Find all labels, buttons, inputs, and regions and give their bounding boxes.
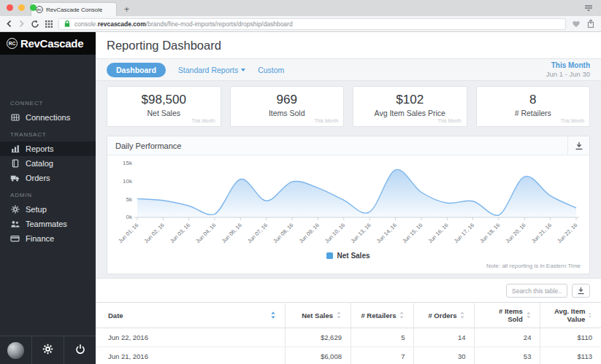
window-controls [7, 4, 37, 11]
svg-text:5k: 5k [126, 196, 132, 203]
column-header-avg-item-value[interactable]: Avg. Item Value [540, 303, 601, 328]
sidebar: RC RevCascade CONNECT Connections TRANSA… [0, 32, 96, 364]
column-header-net-sales[interactable]: Net Sales [286, 303, 351, 328]
chart-download-button[interactable] [567, 136, 589, 155]
nav-section-label-connect: CONNECT [0, 100, 96, 110]
legend-swatch [326, 252, 333, 259]
period-label: This Month [546, 61, 590, 70]
stat-period: This Month [315, 118, 338, 123]
svg-text:Jun 10, 16: Jun 10, 16 [324, 222, 346, 244]
sidebar-item-label: Reports [26, 144, 54, 153]
profile-button[interactable] [0, 336, 32, 364]
new-tab-button[interactable]: + [124, 4, 129, 16]
sidebar-item-label: Orders [26, 174, 50, 182]
stat-label: Items Sold [231, 109, 344, 117]
period-selector[interactable]: This Month Jun 1 - Jun 30 [546, 61, 590, 79]
logo-badge-icon: RC [7, 38, 18, 49]
url-bar: console.revcascade.com/brands/fine-mod-i… [0, 16, 601, 32]
sidebar-item-label: Finance [26, 234, 54, 243]
table-controls [96, 279, 601, 302]
table-download-button[interactable] [572, 284, 590, 298]
svg-text:0k: 0k [126, 214, 132, 220]
svg-text:Jun 15, 16: Jun 15, 16 [401, 222, 424, 244]
tab-bar: RC RevCascade Console + [0, 0, 601, 16]
nav-section-label-admin: ADMIN [0, 192, 96, 202]
sidebar-item-setup[interactable]: Setup [0, 202, 96, 217]
svg-text:Jun 09, 16: Jun 09, 16 [298, 222, 321, 244]
credit-card-icon [10, 234, 20, 243]
close-window-button[interactable] [7, 4, 13, 11]
logo[interactable]: RC RevCascade [0, 32, 96, 55]
sidebar-item-catalog[interactable]: Catalog [0, 156, 96, 171]
share-icon[interactable] [586, 19, 595, 28]
svg-text:Jun 07, 16: Jun 07, 16 [246, 222, 269, 244]
sidebar-item-connections[interactable]: Connections [0, 110, 96, 125]
column-header-orders[interactable]: # Orders [414, 303, 475, 328]
url-text: console.revcascade.com/brands/fine-mod-i… [74, 20, 293, 28]
logout-button[interactable] [64, 336, 96, 364]
stat-period: This Month [437, 118, 461, 123]
users-icon [10, 220, 20, 228]
chart-header: Daily Performance [107, 136, 589, 155]
sidebar-dock [0, 336, 96, 364]
search-input[interactable] [506, 284, 567, 298]
stat-label: Avg Item Sales Price [353, 109, 467, 117]
stat-label: Net Sales [107, 109, 221, 117]
stat-card-retailers: 8 # Retailers This Month [476, 86, 591, 127]
forward-icon[interactable] [18, 20, 25, 28]
avatar [7, 342, 24, 359]
bar-chart-icon [10, 144, 20, 153]
tab-dashboard[interactable]: Dashboard [107, 63, 166, 77]
back-icon[interactable] [6, 20, 12, 28]
sidebar-item-orders[interactable]: Orders [0, 171, 96, 185]
sort-icon[interactable] [526, 311, 532, 319]
sidebar-item-finance[interactable]: Finance [0, 231, 96, 246]
stat-period: This Month [561, 118, 584, 123]
column-header-items-sold[interactable]: # Items Sold [475, 303, 540, 328]
legend-label: Net Sales [337, 252, 370, 260]
sort-icon[interactable] [336, 311, 342, 319]
settings-button[interactable] [32, 336, 64, 364]
net-sales-area-chart: 0k5k10k15k Jun 01, 16Jun 02, 16Jun 03, 1… [107, 155, 589, 254]
address-field[interactable]: console.revcascade.com/brands/fine-mod-i… [58, 18, 566, 30]
table-row[interactable]: Jun 22, 2016 $2,629 5 14 24 $110 [96, 328, 601, 347]
tab-custom[interactable]: Custom [258, 66, 284, 74]
sort-icon[interactable] [459, 311, 465, 319]
tab-list-icon[interactable] [583, 4, 594, 12]
svg-text:Jun 01, 16: Jun 01, 16 [117, 222, 139, 244]
table-icon [10, 113, 20, 122]
tab-title: RevCascade Console [46, 7, 102, 13]
svg-text:Jun 06, 16: Jun 06, 16 [221, 222, 243, 244]
zoom-window-button[interactable] [30, 4, 37, 11]
svg-text:Jun 03, 16: Jun 03, 16 [169, 222, 191, 244]
sort-icon[interactable] [399, 311, 405, 319]
sidebar-item-reports[interactable]: Reports [0, 142, 96, 156]
table-row[interactable]: Jun 21, 2016 $6,008 7 30 53 $113 [96, 347, 601, 364]
logo-text: RevCascade [20, 37, 83, 50]
sort-icon[interactable] [588, 311, 592, 319]
sidebar-item-label: Connections [26, 113, 70, 122]
svg-text:Jun 18, 16: Jun 18, 16 [478, 222, 501, 244]
sidebar-item-label: Setup [26, 205, 47, 214]
grid-icon[interactable] [45, 20, 53, 28]
power-icon [75, 344, 85, 357]
period-range: Jun 1 - Jun 30 [546, 70, 590, 79]
sidebar-item-teammates[interactable]: Teammates [0, 217, 96, 231]
chart-note: Note: all reporting is in Eastern Time [107, 260, 589, 274]
minimize-window-button[interactable] [18, 4, 25, 11]
column-header-date[interactable]: Date [96, 303, 286, 328]
tab-standard-reports[interactable]: Standard Reports [178, 66, 245, 74]
reload-icon[interactable] [31, 20, 39, 28]
sidebar-item-label: Teammates [26, 220, 67, 228]
browser-tab[interactable]: RC RevCascade Console [31, 2, 117, 16]
column-header-retailers[interactable]: # Retailers [351, 303, 414, 328]
stat-value: $102 [353, 93, 467, 107]
daily-performance-table: Date Net Sales # Retailers # Orders # It… [96, 302, 601, 364]
gear-icon [42, 344, 53, 357]
area-chart-svg: 0k5k10k15k Jun 01, 16Jun 02, 16Jun 03, 1… [113, 158, 583, 251]
nav-section-label-transact: TRANSACT [0, 131, 96, 142]
page-title: Reporting Dashboard [107, 39, 221, 53]
sort-icon[interactable] [270, 311, 276, 319]
heart-icon[interactable] [572, 20, 581, 28]
favicon-icon: RC [36, 6, 43, 13]
